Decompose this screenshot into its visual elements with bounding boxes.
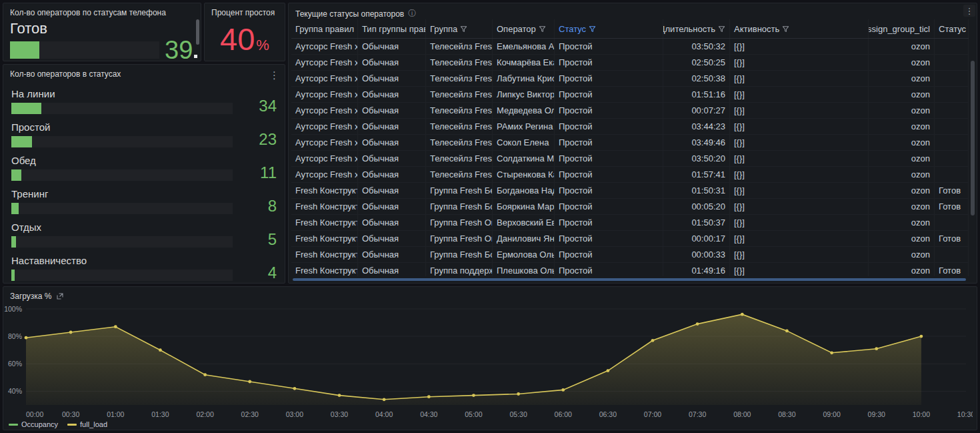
table-row[interactable]: Аутсорс Fresh x1ОбычнаяТелесейлз Fresh (… — [291, 151, 969, 167]
x-axis-label: 08:00 — [733, 410, 751, 418]
table-cell: Группа Fresh Болуне — [426, 247, 493, 262]
table-row[interactable]: Fresh Конструктор оОбычнаяГруппа Fresh О… — [291, 231, 969, 247]
table-cell: Fresh Конструктор о — [291, 183, 358, 198]
table-cell: Обычная — [358, 151, 426, 166]
y-axis-label: 40% — [8, 387, 22, 395]
table-horizontal-scrollbar[interactable] — [293, 278, 966, 281]
table-row[interactable]: Аутсорс Fresh x1ОбычнаяТелесейлз Fresh (… — [291, 71, 969, 87]
table-cell: Простой — [555, 119, 663, 134]
legend-label: Occupancy — [21, 420, 58, 428]
status-bar-fill — [11, 236, 16, 248]
table-row[interactable]: Аутсорс Fresh x1ОбычнаяТелесейлз Fresh (… — [291, 39, 969, 55]
panel-title: Кол-во операторов по статусам телефона — [3, 3, 201, 19]
table-cell: Солдаткина Мария — [493, 151, 555, 166]
filter-icon[interactable] — [718, 25, 725, 33]
column-label: Активность — [734, 24, 779, 34]
table-row[interactable]: Fresh Конструктор оОбычнаяГруппа Fresh О… — [291, 215, 969, 231]
threshold-marker — [194, 55, 197, 58]
filter-icon[interactable] — [539, 25, 546, 33]
column-header-5[interactable]: Длительность — [663, 19, 730, 38]
table-cell: [{}] — [730, 103, 869, 118]
panel-title: Процент простоя — [205, 3, 285, 19]
column-header-8[interactable]: Статус тел — [935, 19, 969, 38]
table-cell: Простой — [555, 215, 663, 230]
column-header-2[interactable]: Группа — [426, 19, 493, 38]
filter-icon[interactable] — [460, 25, 467, 33]
column-header-3[interactable]: Оператор — [493, 19, 555, 38]
table-cell: Простой — [555, 71, 663, 86]
table-vertical-scrollbar[interactable] — [971, 61, 975, 215]
status-bar-fill — [11, 136, 32, 147]
column-header-7[interactable]: assign_group_ticl — [869, 19, 935, 38]
data-point — [741, 313, 744, 316]
y-axis-label: 100% — [4, 305, 22, 313]
column-header-4[interactable]: Статус — [555, 19, 663, 38]
table-cell: Простой — [555, 199, 663, 214]
table-cell — [935, 103, 969, 118]
filter-icon[interactable] — [782, 25, 789, 33]
table-cell: 03:50:20 — [663, 151, 730, 166]
table-row[interactable]: Fresh Конструктор оОбычнаяГруппа Fresh Б… — [291, 247, 969, 263]
status-value: 8 — [233, 197, 277, 214]
x-axis-label: 01:30 — [151, 410, 169, 418]
y-axis-label: 60% — [8, 360, 22, 368]
status-bar-row: На линии 34 — [3, 88, 285, 114]
column-header-6[interactable]: Активность — [730, 19, 869, 38]
table-cell: Обычная — [358, 231, 426, 246]
column-label: Длительность — [663, 24, 715, 34]
table-row[interactable]: Fresh Конструктор оОбычнаяГруппа Fresh Б… — [291, 199, 969, 215]
table-cell: Обычная — [358, 183, 426, 198]
x-axis-label: 10:30 — [957, 410, 973, 418]
table-row[interactable]: Fresh Конструктор оОбычнаяГруппа поддерж… — [291, 263, 969, 276]
column-header-0[interactable]: Группа правил ↑ — [291, 19, 358, 38]
info-icon[interactable]: ⓘ — [408, 8, 416, 19]
table-row[interactable]: Аутсорс Fresh x1ОбычнаяТелесейлз Fresh (… — [291, 55, 969, 71]
filter-icon[interactable] — [589, 25, 596, 33]
data-point — [338, 394, 341, 397]
table-row[interactable]: Fresh Конструктор оОбычнаяГруппа Fresh Б… — [291, 183, 969, 199]
panel-scrollbar[interactable] — [196, 19, 199, 45]
status-label: Тренинг — [11, 188, 233, 199]
table-cell: ozon — [869, 215, 935, 230]
panel-idle-percent: Процент простоя 40 % — [204, 3, 285, 61]
table-cell: Телесейлз Fresh (до — [426, 71, 493, 86]
column-label: Тип группы прав — [362, 24, 426, 34]
panel-menu-icon[interactable]: ⋮ — [269, 70, 279, 80]
x-axis-label: 08:30 — [778, 410, 795, 418]
table-cell: Простой — [555, 247, 663, 262]
table-row[interactable]: Аутсорс Fresh x1ОбычнаяТелесейлз Fresh (… — [291, 103, 969, 119]
table-cell — [935, 167, 969, 182]
table-cell: Обычная — [358, 135, 426, 150]
data-point — [25, 336, 28, 340]
table-cell: ozon — [869, 183, 935, 198]
load-chart-svg[interactable]: 40%60%80%100%00:0000:3001:0001:3002:0002… — [3, 304, 973, 422]
x-axis-label: 05:30 — [509, 410, 527, 418]
status-bar-row: Наставничество 4 — [3, 255, 285, 281]
x-axis-label: 00:30 — [62, 410, 79, 418]
legend-item[interactable]: Occupancy — [9, 420, 58, 428]
table-cell: Телесейлз Fresh (до — [426, 119, 493, 134]
table-cell: Простой — [555, 183, 663, 198]
panel-menu-icon[interactable]: ⋮ — [963, 5, 975, 17]
table-cell — [935, 87, 969, 102]
status-value: 5 — [233, 231, 277, 248]
x-axis-label: 04:30 — [420, 410, 437, 418]
table-cell: 01:50:31 — [663, 183, 730, 198]
status-bar-left: Наставничество — [11, 255, 233, 281]
table-cell: 00:07:27 — [663, 103, 730, 118]
data-point — [472, 394, 475, 397]
table-cell: [{}] — [730, 135, 869, 150]
table-row[interactable]: Аутсорс Fresh x1ОбычнаяТелесейлз Fresh (… — [291, 135, 969, 151]
table-row[interactable]: Аутсорс Fresh x1ОбычнаяТелесейлз Fresh (… — [291, 119, 969, 135]
panel-link-icon[interactable] — [56, 292, 64, 300]
x-axis-label: 07:30 — [689, 410, 706, 418]
column-header-1[interactable]: Тип группы прав — [358, 19, 426, 38]
table-row[interactable]: Аутсорс Fresh x1ОбычнаяТелесейлз Fresh (… — [291, 87, 969, 103]
column-label: Статус — [559, 24, 586, 34]
table-cell: Группа Fresh Болуне — [426, 199, 493, 214]
table-cell — [935, 119, 969, 134]
legend-item[interactable]: full_load — [67, 420, 107, 428]
status-value: 11 — [233, 164, 277, 181]
table-row[interactable]: Аутсорс Fresh x1ОбычнаяТелесейлз Fresh (… — [291, 167, 969, 183]
table-cell: Готов — [935, 263, 969, 276]
